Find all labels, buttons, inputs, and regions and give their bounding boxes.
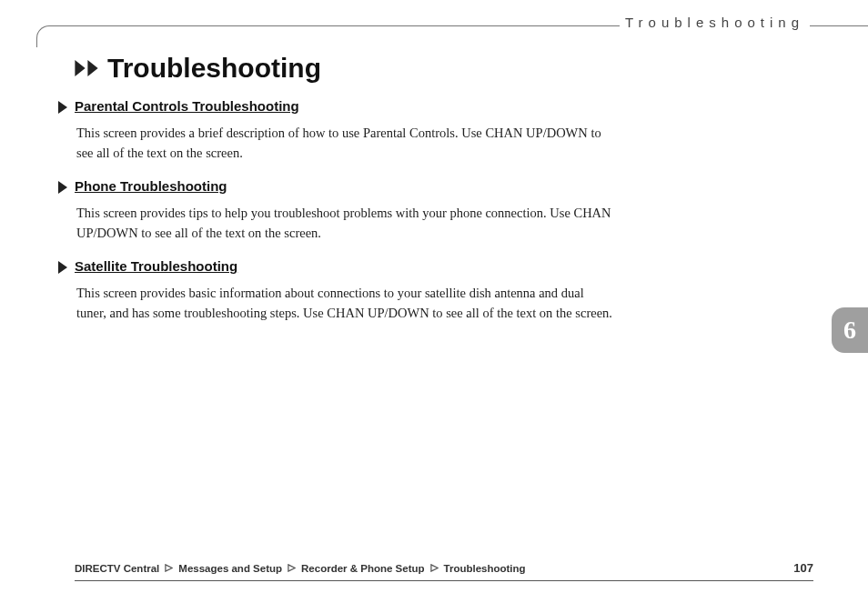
svg-marker-2 — [58, 101, 67, 114]
section-heading: Satellite Troubleshooting — [58, 258, 613, 277]
chapter-tab: 6 — [832, 307, 868, 353]
page-number: 107 — [793, 561, 813, 575]
section-satellite: Satellite Troubleshooting This screen pr… — [58, 258, 613, 324]
section-phone: Phone Troubleshooting This screen provid… — [58, 178, 613, 244]
section-body: This screen provides tips to help you tr… — [76, 203, 613, 244]
breadcrumb-item: DIRECTV Central — [75, 563, 159, 574]
svg-marker-7 — [430, 564, 437, 570]
section-title: Phone Troubleshooting — [75, 178, 227, 194]
sections: Parental Controls Troubleshooting This s… — [58, 98, 613, 338]
breadcrumb: DIRECTV Central Messages and Setup Recor… — [75, 563, 526, 574]
header-section-label: Troubleshooting — [620, 15, 810, 30]
footer: DIRECTV Central Messages and Setup Recor… — [75, 561, 813, 581]
section-title: Parental Controls Troubleshooting — [75, 98, 299, 114]
breadcrumb-item: Troubleshooting — [444, 563, 526, 574]
double-arrow-icon — [75, 60, 98, 76]
svg-marker-5 — [166, 564, 172, 570]
arrow-icon — [58, 258, 67, 277]
section-body: This screen provides a brief description… — [76, 123, 613, 164]
footer-rule — [75, 580, 813, 581]
chapter-number: 6 — [843, 316, 856, 345]
page-title: Troubleshooting — [107, 53, 321, 84]
breadcrumb-item: Messages and Setup — [178, 563, 282, 574]
svg-marker-3 — [58, 181, 67, 194]
svg-marker-1 — [87, 60, 97, 76]
breadcrumb-sep-icon — [288, 563, 296, 574]
arrow-icon — [58, 98, 67, 117]
section-body: This screen provides basic information a… — [76, 283, 613, 324]
svg-marker-4 — [58, 261, 67, 274]
svg-marker-6 — [288, 564, 295, 570]
breadcrumb-sep-icon — [430, 563, 439, 574]
arrow-icon — [58, 178, 67, 197]
section-parental-controls: Parental Controls Troubleshooting This s… — [58, 98, 613, 164]
section-heading: Parental Controls Troubleshooting — [58, 98, 613, 117]
title-row: Troubleshooting — [75, 53, 321, 84]
breadcrumb-sep-icon — [165, 563, 173, 574]
breadcrumb-item: Recorder & Phone Setup — [301, 563, 424, 574]
manual-page: Troubleshooting Troubleshooting Parental… — [0, 0, 868, 603]
section-heading: Phone Troubleshooting — [58, 178, 613, 197]
svg-marker-0 — [75, 60, 85, 76]
section-title: Satellite Troubleshooting — [75, 258, 237, 274]
